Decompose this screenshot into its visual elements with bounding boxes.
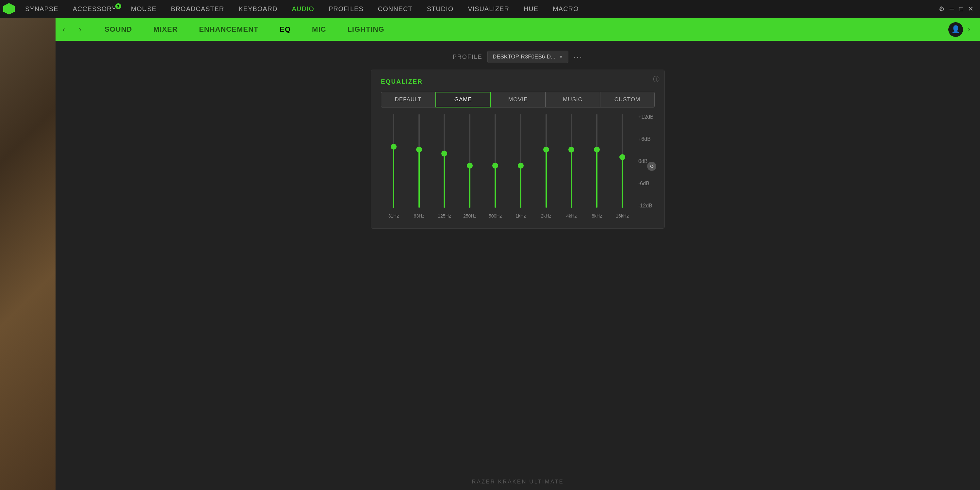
sub-nav-item-sound[interactable]: SOUND	[95, 18, 142, 41]
slider-col-4kHz: 4kHz	[559, 114, 584, 218]
sub-nav: ‹ › SOUNDMIXERENHANCEMENTEQMICLIGHTING 👤…	[56, 18, 980, 41]
slider-fill-4kHz	[571, 150, 572, 208]
sub-nav-more-icon[interactable]: ›	[968, 25, 970, 33]
slider-freq-label-16kHz: 16kHz	[616, 213, 629, 218]
slider-freq-label-4kHz: 4kHz	[566, 213, 577, 218]
eq-sliders-container: 31Hz63Hz125Hz250Hz500Hz1kHz2kHz4kHz8kHz1…	[381, 114, 635, 218]
slider-handle-16kHz[interactable]	[619, 154, 625, 160]
sub-nav-items: SOUNDMIXERENHANCEMENTEQMICLIGHTING	[88, 18, 948, 41]
slider-track-1kHz[interactable]	[520, 114, 521, 208]
app-logo[interactable]	[0, 0, 18, 18]
slider-freq-label-2kHz: 2kHz	[541, 213, 551, 218]
nav-badge-accessory: 3	[115, 3, 121, 9]
db-reset-button[interactable]: ↺	[647, 162, 656, 171]
preset-default-button[interactable]: DEFAULT	[381, 92, 436, 108]
nav-item-studio[interactable]: STUDIO	[420, 0, 461, 18]
slider-handle-1kHz[interactable]	[518, 163, 523, 169]
slider-fill-1kHz	[520, 165, 521, 208]
sub-nav-item-mic[interactable]: MIC	[302, 18, 336, 41]
preset-custom-button[interactable]: CUSTOM	[600, 92, 655, 108]
nav-item-keyboard[interactable]: KEYBOARD	[231, 0, 285, 18]
db-label-6p: +6dB	[638, 136, 655, 142]
slider-freq-label-250Hz: 250Hz	[463, 213, 476, 218]
nav-item-macro[interactable]: MACRO	[546, 0, 586, 18]
slider-col-125Hz: 125Hz	[432, 114, 457, 218]
preset-music-button[interactable]: MUSIC	[546, 92, 600, 108]
slider-handle-8kHz[interactable]	[594, 147, 600, 153]
minimize-icon[interactable]: ─	[950, 5, 954, 13]
sub-nav-item-eq[interactable]: EQ	[270, 18, 301, 41]
slider-col-1kHz: 1kHz	[508, 114, 533, 218]
profile-value: DESKTOP-R3F0EB6-D...	[493, 54, 555, 60]
sub-nav-item-mixer[interactable]: MIXER	[143, 18, 188, 41]
slider-track-125Hz[interactable]	[444, 114, 445, 208]
nav-item-broadcaster[interactable]: BROADCASTER	[164, 0, 231, 18]
slider-track-16kHz[interactable]	[622, 114, 623, 208]
db-label-12m: -12dB	[638, 203, 655, 209]
nav-item-accessory[interactable]: ACCESSORY3	[65, 0, 124, 18]
slider-handle-63Hz[interactable]	[416, 147, 422, 153]
preset-movie-button[interactable]: MOVIE	[491, 92, 545, 108]
profile-more-button[interactable]: ···	[573, 52, 583, 61]
slider-handle-4kHz[interactable]	[568, 147, 574, 153]
user-avatar[interactable]: 👤	[948, 22, 963, 37]
slider-fill-500Hz	[495, 165, 496, 208]
device-label: RAZER KRAKEN ULTIMATE	[56, 479, 980, 485]
slider-handle-2kHz[interactable]	[543, 147, 549, 153]
profile-bar: PROFILE DESKTOP-R3F0EB6-D... ▼ ···	[56, 41, 980, 70]
slider-fill-31Hz	[393, 147, 394, 208]
slider-track-4kHz[interactable]	[571, 114, 572, 208]
nav-item-synapse[interactable]: SYNAPSE	[18, 0, 65, 18]
slider-handle-125Hz[interactable]	[441, 151, 447, 156]
slider-track-500Hz[interactable]	[495, 114, 496, 208]
top-nav: SYNAPSEACCESSORY3MOUSEBROADCASTERKEYBOAR…	[0, 0, 980, 18]
window-controls: ⚙ ─ □ ✕	[939, 5, 980, 13]
settings-icon[interactable]: ⚙	[939, 5, 945, 13]
equalizer-panel: ⓘ EQUALIZER DEFAULT GAME MOVIE MUSIC CUS…	[371, 70, 665, 229]
slider-handle-500Hz[interactable]	[492, 163, 498, 169]
close-icon[interactable]: ✕	[968, 5, 974, 13]
slider-fill-16kHz	[622, 157, 623, 208]
slider-freq-label-31Hz: 31Hz	[388, 213, 399, 218]
eq-close-button[interactable]: ⓘ	[653, 75, 660, 84]
bg-left-panel	[0, 0, 56, 490]
slider-col-2kHz: 2kHz	[533, 114, 559, 218]
eq-area: 31Hz63Hz125Hz250Hz500Hz1kHz2kHz4kHz8kHz1…	[381, 114, 655, 218]
slider-track-250Hz[interactable]	[469, 114, 470, 208]
slider-fill-8kHz	[596, 150, 598, 208]
slider-freq-label-63Hz: 63Hz	[414, 213, 424, 218]
slider-fill-125Hz	[444, 154, 445, 208]
preset-buttons: DEFAULT GAME MOVIE MUSIC CUSTOM	[381, 92, 655, 108]
slider-col-31Hz: 31Hz	[381, 114, 406, 218]
slider-fill-250Hz	[469, 165, 470, 208]
slider-freq-label-125Hz: 125Hz	[438, 213, 451, 218]
sub-nav-item-lighting[interactable]: LIGHTING	[337, 18, 394, 41]
back-arrow[interactable]: ‹	[56, 18, 72, 41]
slider-handle-31Hz[interactable]	[391, 144, 396, 150]
profile-label: PROFILE	[453, 54, 482, 60]
forward-arrow[interactable]: ›	[72, 18, 88, 41]
nav-item-mouse[interactable]: MOUSE	[124, 0, 164, 18]
db-label-6m: -6dB	[638, 181, 655, 186]
slider-track-8kHz[interactable]	[596, 114, 598, 208]
db-labels: +12dB +6dB 0dB ↺ -6dB -12dB	[635, 114, 655, 218]
nav-item-audio[interactable]: AUDIO	[285, 0, 321, 18]
slider-col-63Hz: 63Hz	[406, 114, 432, 218]
nav-item-connect[interactable]: CONNECT	[371, 0, 420, 18]
nav-item-hue[interactable]: HUE	[517, 0, 546, 18]
slider-col-8kHz: 8kHz	[584, 114, 609, 218]
nav-item-profiles[interactable]: PROFILES	[321, 0, 371, 18]
slider-col-500Hz: 500Hz	[482, 114, 508, 218]
slider-handle-250Hz[interactable]	[467, 163, 473, 169]
nav-item-visualizer[interactable]: VISUALIZER	[461, 0, 517, 18]
slider-track-63Hz[interactable]	[418, 114, 420, 208]
slider-track-31Hz[interactable]	[393, 114, 394, 208]
sub-nav-item-enhancement[interactable]: ENHANCEMENT	[189, 18, 268, 41]
maximize-icon[interactable]: □	[959, 5, 963, 13]
preset-game-button[interactable]: GAME	[436, 92, 491, 108]
slider-fill-2kHz	[546, 150, 547, 208]
profile-dropdown[interactable]: DESKTOP-R3F0EB6-D... ▼	[487, 51, 568, 63]
slider-track-2kHz[interactable]	[546, 114, 547, 208]
top-nav-items: SYNAPSEACCESSORY3MOUSEBROADCASTERKEYBOAR…	[18, 0, 939, 18]
sub-nav-right: 👤 ›	[948, 22, 980, 37]
